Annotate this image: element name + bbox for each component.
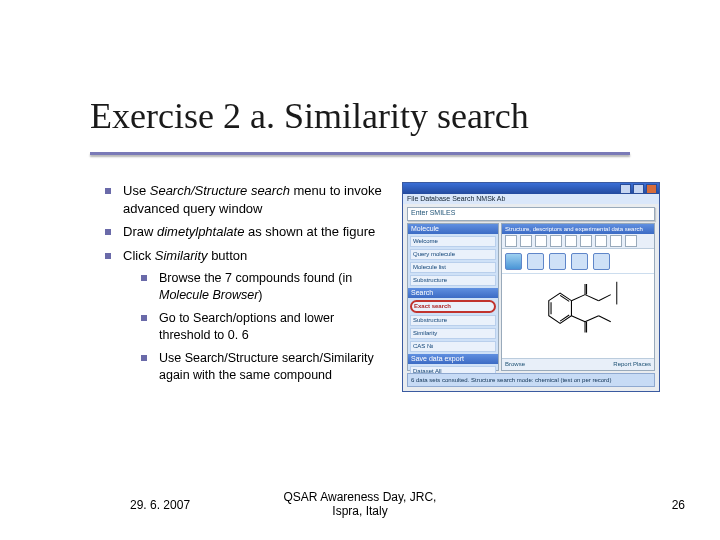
footer-line1: QSAR Awareness Day, JRC, <box>284 490 437 504</box>
subbullet-1: Browse the 7 compounds found (in Molecul… <box>141 270 385 304</box>
smiles-input[interactable] <box>407 207 655 221</box>
panel-header-save: Save data export <box>408 354 498 364</box>
tool-icon[interactable] <box>580 235 592 247</box>
bullet-1: Use Search/Structure search menu to invo… <box>105 182 385 217</box>
flask-icon[interactable] <box>505 253 522 270</box>
subbullet-2: Go to Search/options and lower threshold… <box>141 310 385 344</box>
report-label[interactable]: Report Places <box>613 359 651 370</box>
text: Click <box>123 248 155 263</box>
subbullet-3: Use Search/Structure search/Similarity a… <box>141 350 385 384</box>
tool-large-icon[interactable] <box>593 253 610 270</box>
tool-icon[interactable] <box>595 235 607 247</box>
svg-line-7 <box>585 295 599 301</box>
tool-icon[interactable] <box>610 235 622 247</box>
svg-line-4 <box>571 295 585 301</box>
text-italic: Similarity <box>155 248 208 263</box>
search-option-similarity[interactable]: Similarity <box>410 328 496 339</box>
text: Use <box>123 183 150 198</box>
status-bar: 6 data sets consulted. Structure search … <box>407 373 655 387</box>
text: Browse the 7 compounds found (in <box>159 271 352 285</box>
search-option-cas[interactable]: CAS № <box>410 341 496 352</box>
nav-item[interactable]: Query molecule <box>410 249 496 260</box>
text: ) <box>258 288 262 302</box>
text-italic: dimetylphtalate <box>157 224 244 239</box>
tool-icon[interactable] <box>565 235 577 247</box>
tool-icon[interactable] <box>505 235 517 247</box>
svg-line-13 <box>599 316 611 322</box>
nav-item[interactable]: Welcome <box>410 236 496 247</box>
maximize-icon[interactable] <box>633 184 644 194</box>
panel-header-search: Search <box>408 288 498 298</box>
search-option-substructure[interactable]: Substructure <box>410 315 496 326</box>
close-icon[interactable] <box>646 184 657 194</box>
slide-title: Exercise 2 a. Similarity search <box>90 95 529 137</box>
nav-item[interactable]: Molecule list <box>410 262 496 273</box>
tool-large-icon[interactable] <box>527 253 544 270</box>
tool-icon[interactable] <box>625 235 637 247</box>
title-underline <box>90 152 630 155</box>
left-panel: Molecule Welcome Query molecule Molecule… <box>407 223 499 371</box>
text-italic: Search/Structure search <box>150 183 290 198</box>
window-titlebar <box>403 183 659 194</box>
text: Draw <box>123 224 157 239</box>
right-panel: Structure, descriptors and experimental … <box>501 223 655 371</box>
text: button <box>208 248 248 263</box>
minimize-icon[interactable] <box>620 184 631 194</box>
page-number: 26 <box>672 498 685 512</box>
svg-marker-0 <box>549 293 572 323</box>
right-panel-footer: Browse Report Places <box>502 358 654 370</box>
tool-large-icon[interactable] <box>571 253 588 270</box>
footer-line2: Ispra, Italy <box>332 504 387 518</box>
toolbar <box>502 234 654 249</box>
tool-icon[interactable] <box>535 235 547 247</box>
big-toolbar <box>502 249 654 274</box>
nav-item[interactable]: Substructure <box>410 275 496 286</box>
panel-header-molecule: Molecule <box>408 224 498 234</box>
browse-label[interactable]: Browse <box>505 359 525 370</box>
bullet-2: Draw dimetylphtalate as shown at the fig… <box>105 223 385 241</box>
tool-icon[interactable] <box>520 235 532 247</box>
app-screenshot: File Database Search NMSk Ab Molecule We… <box>402 182 660 392</box>
text: as shown at the figure <box>244 224 375 239</box>
svg-line-9 <box>571 316 585 322</box>
text-italic: Molecule Browser <box>159 288 258 302</box>
body-text: Use Search/Structure search menu to invo… <box>105 182 385 389</box>
search-option-exact[interactable]: Exact search <box>410 300 496 313</box>
svg-line-8 <box>599 295 611 301</box>
menu-bar[interactable]: File Database Search NMSk Ab <box>403 194 659 204</box>
tool-icon[interactable] <box>550 235 562 247</box>
molecule-canvas[interactable] <box>514 278 644 346</box>
footer-center: QSAR Awareness Day, JRC, Ispra, Italy <box>0 490 720 518</box>
svg-line-12 <box>585 316 599 322</box>
right-panel-header: Structure, descriptors and experimental … <box>502 224 654 234</box>
bullet-3: Click Similarity button Browse the 7 com… <box>105 247 385 384</box>
tool-large-icon[interactable] <box>549 253 566 270</box>
